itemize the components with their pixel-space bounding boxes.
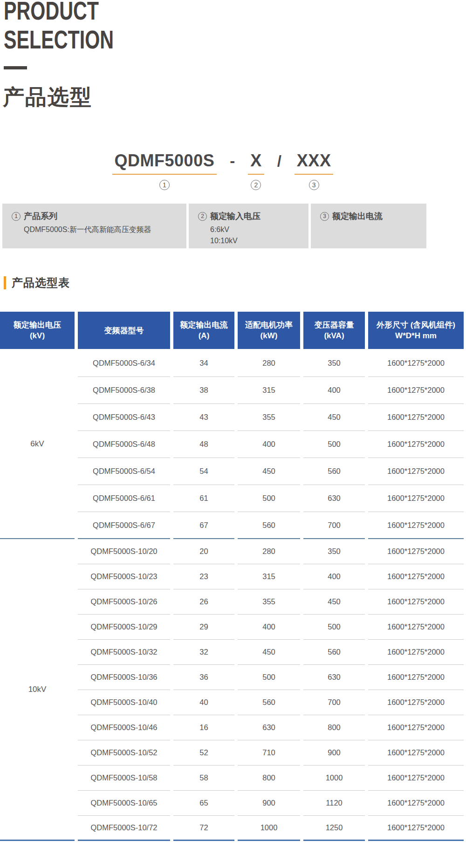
table-cell: 43 xyxy=(173,404,234,431)
table-cell: 54 xyxy=(173,458,234,485)
table-cell: 630 xyxy=(238,715,300,740)
table-header-row: 额定输出电压 (kV) 变频器型号 额定输出电流 (A) 适配电机功率 (kW)… xyxy=(0,312,464,349)
column-header-output-voltage: 额定输出电压 (kV) xyxy=(0,312,75,349)
table-cell: 560 xyxy=(238,512,300,539)
table-cell: 500 xyxy=(238,665,300,690)
table-cell: 23 xyxy=(173,564,234,589)
table-cell: 560 xyxy=(303,640,365,665)
model-code-separator: - xyxy=(230,151,235,170)
table-cell: QDMF5000S-6/61 xyxy=(78,485,170,512)
model-series-text: QDMF5000S xyxy=(112,151,217,175)
table-cell: 36 xyxy=(173,665,234,690)
legend-box-input-voltage: 2 额定输入电压 6:6kV 10:10kV xyxy=(189,204,308,248)
table-cell: 315 xyxy=(238,377,300,404)
table-cell: 1600*1275*2000 xyxy=(368,458,464,485)
table-cell: 280 xyxy=(238,350,300,377)
table-cell: 38 xyxy=(173,377,234,404)
table-cell: QDMF5000S-10/52 xyxy=(78,740,170,765)
legend-box-title-text: 额定输出电流 xyxy=(332,211,383,222)
table-cell: 1600*1275*2000 xyxy=(368,665,464,690)
table-cell: 450 xyxy=(238,458,300,485)
legend-box-title: 3 额定输出电流 xyxy=(320,211,426,222)
table-cell: QDMF5000S-6/54 xyxy=(78,458,170,485)
table-cell: 700 xyxy=(303,690,365,715)
legend-box-line: 10:10kV xyxy=(210,235,308,246)
legend-box-line: QDMF5000S:新一代高新能高压变频器 xyxy=(24,224,186,235)
page-title-en-line2: SELECTION xyxy=(4,25,114,54)
legend-box-title: 1 产品系列 xyxy=(12,211,186,222)
table-cell: 1600*1275*2000 xyxy=(368,765,464,791)
table-cell: 32 xyxy=(173,640,234,665)
table-cell: 630 xyxy=(303,665,365,690)
table-cell: 1250 xyxy=(303,816,365,841)
page-title-zh: 产品选型 xyxy=(3,83,92,112)
marker-1-icon: 1 xyxy=(12,212,21,221)
table-cell: QDMF5000S-10/46 xyxy=(78,715,170,740)
column-header-motor-power: 适配电机功率 (kW) xyxy=(238,312,300,349)
marker-2-icon: 2 xyxy=(198,212,207,221)
table-cell: 1600*1275*2000 xyxy=(368,589,464,615)
table-cell: 355 xyxy=(238,589,300,615)
table-cell: QDMF5000S-10/58 xyxy=(78,765,170,791)
table-cell: 280 xyxy=(238,539,300,564)
table-cell: QDMF5000S-10/40 xyxy=(78,690,170,715)
marker-3-icon: 3 xyxy=(309,180,319,190)
marker-2-icon: 2 xyxy=(251,180,261,190)
table-cell: 1600*1275*2000 xyxy=(368,350,464,377)
table-cell: 315 xyxy=(238,564,300,589)
table-cell: QDMF5000S-6/67 xyxy=(78,512,170,539)
marker-3-icon: 3 xyxy=(320,212,329,221)
table-cell: 400 xyxy=(303,377,365,404)
table-cell: 58 xyxy=(173,765,234,791)
table-cell: 450 xyxy=(303,404,365,431)
table-cell: QDMF5000S-10/32 xyxy=(78,640,170,665)
table-cell: 400 xyxy=(303,564,365,589)
table-cell: 40 xyxy=(173,690,234,715)
table-cell: 61 xyxy=(173,485,234,512)
table-cell: 350 xyxy=(303,539,365,564)
table-body: 6kVQDMF5000S-6/34342803501600*1275*2000Q… xyxy=(0,350,464,841)
table-cell: 65 xyxy=(173,791,234,816)
voltage-group-label: 6kV xyxy=(0,350,75,539)
model-code-segment-series: QDMF5000S 1 xyxy=(112,151,217,190)
table-cell: 1600*1275*2000 xyxy=(368,690,464,715)
table-cell: 400 xyxy=(238,615,300,640)
table-cell: QDMF5000S-10/36 xyxy=(78,665,170,690)
table-cell: 1600*1275*2000 xyxy=(368,715,464,740)
table-cell: 1600*1275*2000 xyxy=(368,431,464,458)
section-title-text: 产品选型表 xyxy=(12,275,70,290)
page-title-en-line1: PRODUCT xyxy=(4,0,114,25)
column-header-transformer-capacity: 变压器容量 (kVA) xyxy=(303,312,365,349)
table-cell: 1000 xyxy=(303,765,365,791)
table-cell: 355 xyxy=(238,404,300,431)
table-cell: 500 xyxy=(303,615,365,640)
table-cell: 500 xyxy=(238,485,300,512)
table-cell: 1600*1275*2000 xyxy=(368,615,464,640)
legend-box-title-text: 额定输入电压 xyxy=(210,211,260,222)
legend-box-title-text: 产品系列 xyxy=(24,211,57,222)
model-voltage-text: X xyxy=(248,151,264,175)
table-section: 6kVQDMF5000S-6/34342803501600*1275*2000Q… xyxy=(0,350,464,539)
table-cell: QDMF5000S-10/20 xyxy=(78,539,170,564)
table-cell: QDMF5000S-10/29 xyxy=(78,615,170,640)
table-cell: 1600*1275*2000 xyxy=(368,539,464,564)
table-cell: QDMF5000S-10/72 xyxy=(78,816,170,841)
table-cell: 52 xyxy=(173,740,234,765)
table-cell: QDMF5000S-10/23 xyxy=(78,564,170,589)
table-cell: 48 xyxy=(173,431,234,458)
table-cell: 450 xyxy=(238,640,300,665)
product-selection-table: 额定输出电压 (kV) 变频器型号 额定输出电流 (A) 适配电机功率 (kW)… xyxy=(0,312,464,841)
table-cell: 1600*1275*2000 xyxy=(368,512,464,539)
table-section: 10kVQDMF5000S-10/20202803501600*1275*200… xyxy=(0,539,464,841)
table-cell: 700 xyxy=(303,512,365,539)
table-cell: 800 xyxy=(238,765,300,791)
table-cell: QDMF5000S-6/34 xyxy=(78,350,170,377)
table-cell: 1600*1275*2000 xyxy=(368,404,464,431)
table-cell: 900 xyxy=(238,791,300,816)
model-current-text: XXX xyxy=(295,151,334,175)
table-cell: 1600*1275*2000 xyxy=(368,377,464,404)
table-cell: 1600*1275*2000 xyxy=(368,564,464,589)
voltage-group-label: 10kV xyxy=(0,539,75,841)
model-code-segment-voltage: X 2 xyxy=(248,151,264,190)
table-cell: 900 xyxy=(303,740,365,765)
